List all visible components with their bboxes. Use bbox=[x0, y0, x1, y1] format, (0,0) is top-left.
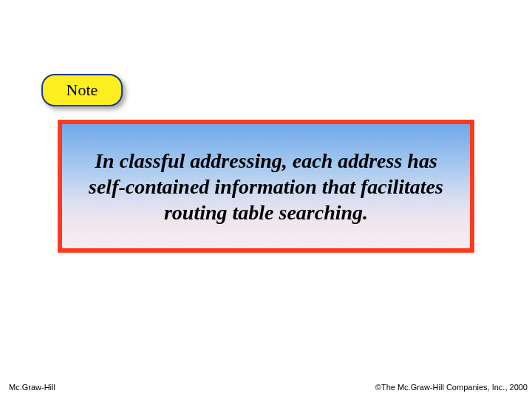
note-badge: Note bbox=[41, 74, 123, 106]
slide: Note In classful addressing, each addres… bbox=[0, 0, 532, 399]
footer-right: ©The Mc.Graw-Hill Companies, Inc., 2000 bbox=[375, 383, 528, 392]
callout-text: In classful addressing, each address has… bbox=[77, 148, 455, 225]
callout-box: In classful addressing, each address has… bbox=[58, 120, 474, 253]
note-label: Note bbox=[66, 81, 98, 100]
footer-left: Mc.Graw-Hill bbox=[9, 383, 55, 392]
